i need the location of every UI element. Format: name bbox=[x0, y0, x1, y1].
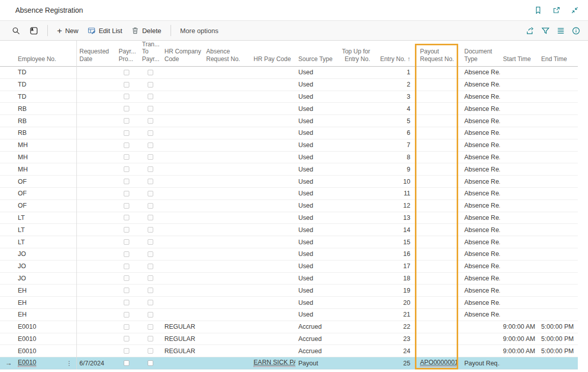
payr_pro-checkbox[interactable] bbox=[124, 215, 129, 220]
tran_to_payr-checkbox[interactable] bbox=[148, 179, 153, 184]
payr_pro-checkbox[interactable] bbox=[124, 312, 129, 318]
table-row[interactable]: LTUsed15Absence Re... bbox=[0, 236, 578, 248]
edit-list-button[interactable]: Edit List bbox=[83, 21, 127, 40]
delete-button[interactable]: Delete bbox=[127, 21, 166, 40]
tran_to_payr-checkbox[interactable] bbox=[148, 227, 153, 233]
more-options-button[interactable]: More options bbox=[176, 21, 223, 40]
payr_pro-checkbox[interactable] bbox=[124, 324, 129, 330]
bookmark-icon[interactable] bbox=[533, 5, 543, 15]
payr_pro-checkbox[interactable] bbox=[124, 239, 129, 245]
table-row[interactable]: OFUsed10Absence Re... bbox=[0, 176, 578, 188]
tran_to_payr-checkbox[interactable] bbox=[148, 82, 153, 88]
tran_to_payr-checkbox[interactable] bbox=[148, 336, 153, 341]
tran_to_payr-checkbox[interactable] bbox=[148, 300, 153, 305]
column-header-employee_no[interactable]: Employee No. bbox=[0, 55, 76, 66]
payr_pro-checkbox[interactable] bbox=[124, 94, 129, 99]
column-header-payr_pro[interactable]: Payr... Pro... bbox=[115, 48, 138, 66]
payr_pro-checkbox[interactable] bbox=[124, 106, 129, 111]
table-row[interactable]: E0010REGULARAccrued239:00:00 AM5:00:00 P… bbox=[0, 333, 578, 346]
table-row[interactable]: LTUsed14Absence Re... bbox=[0, 224, 578, 236]
tran_to_payr-checkbox[interactable] bbox=[148, 239, 153, 245]
employee_no-link[interactable]: E0010 bbox=[18, 359, 36, 367]
table-row[interactable]: JOUsed17Absence Re... bbox=[0, 261, 578, 273]
hr_pay_code-link[interactable]: EARN SICK PAY bbox=[254, 359, 295, 367]
analysis-mode-icon[interactable] bbox=[25, 21, 43, 40]
tran_to_payr-checkbox[interactable] bbox=[148, 203, 153, 209]
table-row[interactable]: TDUsed2Absence Re... bbox=[0, 79, 578, 91]
table-row[interactable]: EHUsed19Absence Re... bbox=[0, 284, 578, 297]
payr_pro-checkbox[interactable] bbox=[124, 142, 129, 148]
open-in-new-window-icon[interactable] bbox=[551, 5, 562, 15]
payr_pro-checkbox[interactable] bbox=[124, 300, 129, 305]
new-button[interactable]: + New bbox=[52, 21, 83, 40]
payr_pro-checkbox[interactable] bbox=[124, 118, 129, 124]
table-row[interactable]: RBUsed4Absence Re... bbox=[0, 103, 578, 115]
table-row[interactable]: MHUsed8Absence Re... bbox=[0, 152, 578, 164]
share-icon[interactable] bbox=[525, 25, 535, 36]
collapse-icon[interactable] bbox=[570, 5, 580, 15]
payr_pro-checkbox[interactable] bbox=[124, 227, 129, 233]
table-row[interactable]: MHUsed9Absence Re... bbox=[0, 163, 578, 176]
column-header-tran_to_payr[interactable]: Tran... To Payr... bbox=[138, 41, 162, 66]
payr_pro-checkbox[interactable] bbox=[124, 179, 129, 184]
table-row[interactable]: MHUsed7Absence Re... bbox=[0, 139, 578, 152]
tran_to_payr-checkbox[interactable] bbox=[148, 288, 153, 293]
column-header-end_time[interactable]: End Time bbox=[539, 55, 578, 66]
payr_pro-checkbox[interactable] bbox=[124, 251, 129, 257]
tran_to_payr-checkbox[interactable] bbox=[148, 360, 153, 366]
column-header-source_type[interactable]: Source Type bbox=[295, 55, 336, 66]
column-header-document_type[interactable]: Document Type bbox=[458, 48, 500, 66]
table-row[interactable]: LTUsed13Absence Re... bbox=[0, 212, 578, 224]
info-icon[interactable] bbox=[571, 25, 581, 36]
table-row[interactable]: JOUsed18Absence Re... bbox=[0, 273, 578, 285]
table-row[interactable]: EHUsed20Absence Re... bbox=[0, 297, 578, 309]
payr_pro-checkbox[interactable] bbox=[124, 348, 129, 354]
table-row[interactable]: RBUsed5Absence Re... bbox=[0, 115, 578, 127]
payr_pro-checkbox[interactable] bbox=[124, 288, 129, 293]
view-list-icon[interactable] bbox=[555, 25, 566, 36]
table-row[interactable]: OFUsed12Absence Re... bbox=[0, 200, 578, 212]
table-row[interactable]: TDUsed3Absence Re... bbox=[0, 91, 578, 103]
tran_to_payr-checkbox[interactable] bbox=[148, 215, 153, 220]
payr_pro-checkbox[interactable] bbox=[124, 275, 129, 281]
tran_to_payr-checkbox[interactable] bbox=[148, 94, 153, 99]
table-row[interactable]: E0010REGULARAccrued229:00:00 AM5:00:00 P… bbox=[0, 321, 578, 333]
column-header-requested_date[interactable]: Requested Date bbox=[76, 48, 115, 66]
row-options-ellipsis-icon[interactable]: ⋮ bbox=[66, 360, 73, 367]
payr_pro-checkbox[interactable] bbox=[124, 166, 129, 172]
tran_to_payr-checkbox[interactable] bbox=[148, 118, 153, 124]
tran_to_payr-checkbox[interactable] bbox=[148, 191, 153, 196]
tran_to_payr-checkbox[interactable] bbox=[148, 324, 153, 330]
table-row[interactable]: E0010REGULARAccrued249:00:00 AM5:00:00 P… bbox=[0, 345, 578, 357]
table-row[interactable]: TDUsed1Absence Re... bbox=[0, 67, 578, 79]
column-header-top_up_for_entry_no[interactable]: Top Up for Entry No. bbox=[336, 48, 375, 66]
table-row[interactable]: EHUsed21Absence Re... bbox=[0, 309, 578, 321]
tran_to_payr-checkbox[interactable] bbox=[148, 70, 153, 75]
column-header-hr_company_code[interactable]: HR Company Code bbox=[162, 48, 204, 66]
payout_request_no-link[interactable]: APO0000001 bbox=[420, 359, 458, 367]
tran_to_payr-checkbox[interactable] bbox=[148, 154, 153, 160]
table-row[interactable]: OFUsed11Absence Re... bbox=[0, 188, 578, 200]
tran_to_payr-checkbox[interactable] bbox=[148, 106, 153, 111]
table-row[interactable]: E0010→⋮6/7/2024EARN SICK PAYPayout25APO0… bbox=[0, 357, 578, 369]
tran_to_payr-checkbox[interactable] bbox=[148, 348, 153, 354]
payr_pro-checkbox[interactable] bbox=[124, 70, 129, 75]
payr_pro-checkbox[interactable] bbox=[124, 203, 129, 209]
tran_to_payr-checkbox[interactable] bbox=[148, 275, 153, 281]
payr_pro-checkbox[interactable] bbox=[124, 264, 129, 269]
table-row[interactable]: JOUsed16Absence Re... bbox=[0, 248, 578, 261]
tran_to_payr-checkbox[interactable] bbox=[148, 142, 153, 148]
payr_pro-checkbox[interactable] bbox=[124, 336, 129, 341]
column-header-entry_no[interactable]: Entry No. ↑ bbox=[375, 55, 415, 66]
payr_pro-checkbox[interactable] bbox=[124, 360, 129, 366]
tran_to_payr-checkbox[interactable] bbox=[148, 251, 153, 257]
filter-icon[interactable] bbox=[540, 25, 550, 36]
search-icon[interactable] bbox=[7, 21, 25, 40]
payr_pro-checkbox[interactable] bbox=[124, 154, 129, 160]
tran_to_payr-checkbox[interactable] bbox=[148, 312, 153, 318]
payr_pro-checkbox[interactable] bbox=[124, 82, 129, 88]
payr_pro-checkbox[interactable] bbox=[124, 191, 129, 196]
tran_to_payr-checkbox[interactable] bbox=[148, 264, 153, 269]
payr_pro-checkbox[interactable] bbox=[124, 130, 129, 136]
column-header-hr_pay_code[interactable]: HR Pay Code bbox=[250, 55, 295, 66]
